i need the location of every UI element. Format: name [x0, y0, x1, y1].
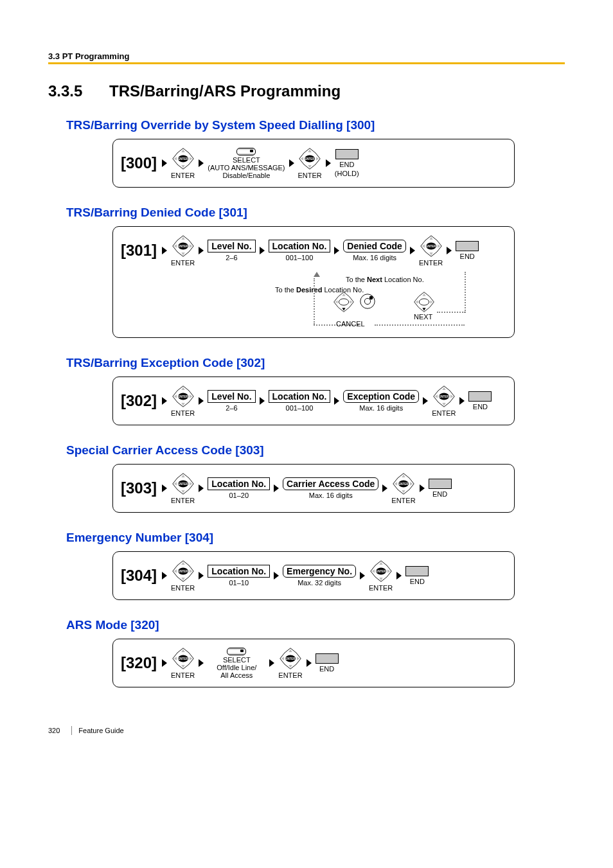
- page-number: 320: [48, 727, 60, 734]
- enter-icon: [172, 647, 195, 670]
- location-no-box: Location No.: [269, 390, 331, 403]
- loop-area: To the Next Location No. To the Desired …: [121, 272, 506, 330]
- subsection-title-302: TRS/Barring Exception Code [302]: [66, 356, 565, 370]
- footer: 320 Feature Guide: [48, 726, 565, 735]
- subsection-title-303: Special Carrier Access Code [303]: [66, 443, 565, 457]
- next-label: NEXT: [414, 313, 432, 321]
- exception-code-box: Exception Code: [343, 390, 419, 403]
- enter-label: ENTER: [432, 409, 456, 417]
- cancel-icon: [333, 291, 355, 313]
- enter-icon: [172, 472, 195, 495]
- arrow-icon: [274, 572, 279, 580]
- next-location-text: To the Next Location No.: [346, 276, 424, 283]
- enter-label: ENTER: [171, 671, 195, 679]
- denied-code-sub: Max. 16 digits: [353, 254, 396, 261]
- jog-dial-icon: [359, 292, 377, 310]
- enter-icon: [298, 147, 321, 170]
- end-box-icon: [456, 241, 479, 251]
- enter-icon: [279, 647, 302, 670]
- select-button-icon: [236, 148, 256, 155]
- arrow-icon: [199, 397, 204, 405]
- arrow-icon: [162, 572, 167, 580]
- arrow-icon: [423, 397, 428, 405]
- enter-label: ENTER: [171, 584, 195, 592]
- location-no-sub: 01–10: [229, 579, 249, 587]
- subsection-title-320: ARS Mode [320]: [66, 618, 565, 632]
- enter-label: ENTER: [171, 259, 195, 267]
- carrier-access-code-sub: Max. 16 digits: [309, 492, 353, 499]
- end-label: END: [339, 161, 354, 168]
- footer-divider: [71, 726, 72, 735]
- cancel-label: CANCEL: [336, 320, 365, 328]
- dotted-line: [437, 312, 465, 314]
- dotted-line: [375, 324, 465, 327]
- arrow-icon: [260, 247, 265, 254]
- page: 3.3 PT Programming 3.3.5 TRS/Barring/ARS…: [0, 0, 613, 761]
- end-box-icon: [315, 653, 339, 664]
- dotted-line: [465, 272, 467, 313]
- arrow-icon: [360, 572, 365, 580]
- emergency-no-box: Emergency No.: [283, 565, 356, 578]
- section-title: TRS/Barring/ARS Programming: [109, 82, 341, 100]
- end-box-icon: [335, 149, 359, 159]
- arrow-icon: [162, 247, 167, 254]
- level-no-box: Level No.: [208, 390, 255, 403]
- diagram-300: [300] ENTER SELECT (AUTO ANS/MESSAGE) Di…: [112, 139, 515, 188]
- arrow-icon: [162, 659, 167, 667]
- arrow-icon: [199, 572, 204, 580]
- code-304: [304]: [121, 567, 157, 585]
- enter-label: ENTER: [171, 409, 195, 417]
- arrow-icon: [382, 484, 387, 492]
- subsection-title-304: Emergency Number [304]: [66, 531, 565, 545]
- arrow-icon: [396, 572, 402, 580]
- header-rule: [48, 62, 565, 64]
- denied-code-box: Denied Code: [343, 240, 406, 252]
- enter-label: ENTER: [369, 584, 393, 592]
- end-box-icon: [468, 391, 492, 402]
- code-302: [302]: [121, 392, 157, 410]
- code-300: [300]: [121, 154, 157, 172]
- arrow-icon: [274, 484, 279, 492]
- arrow-icon: [289, 159, 294, 167]
- location-no-sub: 01–20: [229, 492, 249, 499]
- arrow-up-icon: [314, 272, 320, 277]
- enter-icon: [369, 560, 393, 583]
- location-no-box: Location No.: [269, 240, 331, 252]
- select-mid: Off/Idle Line/: [217, 664, 256, 671]
- arrow-icon: [334, 397, 339, 405]
- code-320: [320]: [121, 654, 157, 672]
- enter-icon: [392, 472, 415, 495]
- exception-code-sub: Max. 16 digits: [359, 404, 403, 412]
- enter-icon: [432, 385, 456, 408]
- arrow-icon: [162, 484, 167, 492]
- select-sub: All Access: [220, 671, 253, 679]
- diagram-301: [301] ENTER Level No. 2–6 Location No. 0…: [112, 226, 515, 338]
- code-301: [301]: [121, 242, 157, 260]
- enter-label: ENTER: [171, 172, 195, 179]
- end-label: END: [432, 490, 447, 498]
- enter-icon: [420, 235, 443, 258]
- arrow-icon: [199, 247, 204, 254]
- location-no-sub: 001–100: [286, 254, 314, 261]
- arrow-icon: [420, 484, 425, 492]
- next-icon: [413, 291, 435, 313]
- arrow-icon: [459, 397, 465, 405]
- level-no-sub: 2–6: [226, 404, 237, 412]
- enter-icon: [172, 385, 195, 408]
- enter-label: ENTER: [419, 259, 443, 267]
- arrow-icon: [269, 659, 274, 667]
- end-label: END: [473, 403, 488, 411]
- enter-label: ENTER: [278, 671, 302, 679]
- footer-guide: Feature Guide: [78, 727, 123, 734]
- select-sub: Disable/Enable: [222, 172, 270, 179]
- level-no-sub: 2–6: [226, 254, 237, 261]
- emergency-no-sub: Max. 32 digits: [298, 579, 341, 587]
- diagram-320: [320] ENTER SELECT Off/Idle Line/ All Ac…: [112, 639, 515, 687]
- end-box-icon: [405, 566, 429, 576]
- end-label: END: [460, 252, 475, 260]
- end-box-icon: [429, 479, 452, 489]
- location-no-sub: 001–100: [286, 404, 314, 412]
- section-heading: 3.3.5 TRS/Barring/ARS Programming: [48, 82, 565, 100]
- diagram-303: [303] ENTER Location No. 01–20 Carrier A…: [112, 464, 515, 513]
- location-no-box: Location No.: [208, 565, 270, 578]
